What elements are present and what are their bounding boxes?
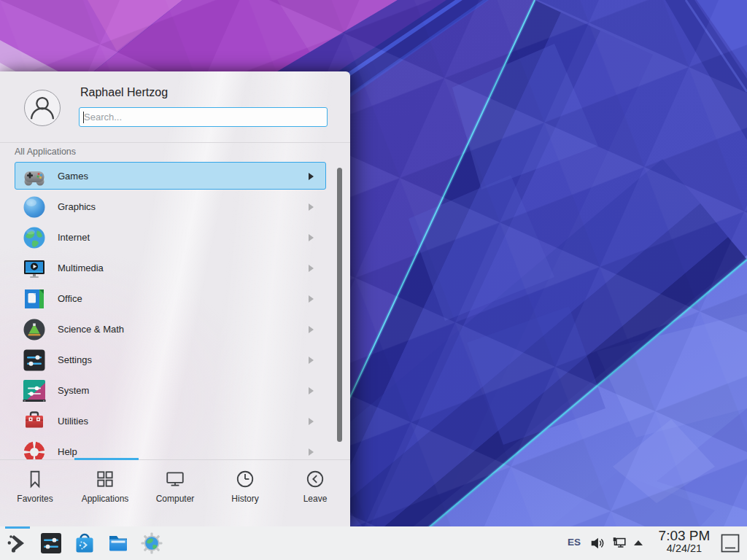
toolbox-icon xyxy=(23,410,46,433)
show-desktop-button[interactable] xyxy=(721,534,740,553)
clock-date: 4/24/21 xyxy=(651,543,717,554)
category-multimedia[interactable]: Multimedia xyxy=(15,254,326,281)
tab-history[interactable]: History xyxy=(210,460,280,514)
discover-button[interactable] xyxy=(73,532,96,555)
taskbar: ES 7:03 PM 4/24/21 xyxy=(0,526,747,560)
clock-time: 7:03 PM xyxy=(651,529,717,543)
system-sliders-icon xyxy=(23,379,46,402)
category-label: Office xyxy=(58,293,82,304)
flask-icon xyxy=(23,318,46,341)
volume-icon[interactable] xyxy=(589,535,605,551)
category-list: Games Graphics xyxy=(15,162,326,459)
system-settings-button[interactable] xyxy=(39,532,63,555)
submenu-arrow-icon xyxy=(309,203,314,211)
category-science-math[interactable]: Science & Math xyxy=(15,315,326,343)
tab-leave[interactable]: Leave xyxy=(280,460,350,514)
category-utilities[interactable]: Utilities xyxy=(15,407,326,435)
application-launcher-button[interactable] xyxy=(6,532,29,555)
digital-clock[interactable]: 7:03 PM 4/24/21 xyxy=(651,529,717,554)
expand-tray-icon[interactable] xyxy=(632,535,645,551)
globe-icon xyxy=(23,226,46,249)
category-internet[interactable]: Internet xyxy=(15,223,326,251)
category-label: Graphics xyxy=(58,201,96,212)
category-label: Science & Math xyxy=(58,324,124,335)
lifebuoy-icon xyxy=(23,440,46,459)
web-browser-button[interactable] xyxy=(140,532,163,555)
section-label: All Applications xyxy=(15,147,76,157)
sphere-icon xyxy=(23,195,46,219)
media-player-icon xyxy=(23,257,46,280)
menu-header: Raphael Hertzog xyxy=(0,71,350,142)
network-icon[interactable] xyxy=(611,535,627,551)
category-label: System xyxy=(58,385,89,396)
submenu-arrow-icon xyxy=(309,234,314,241)
application-launcher-menu: Raphael Hertzog All Applications xyxy=(0,71,350,526)
tab-applications[interactable]: Applications xyxy=(70,460,140,514)
category-label: Multimedia xyxy=(58,262,104,273)
category-label: Internet xyxy=(58,232,90,243)
tab-label: Favorites xyxy=(17,494,53,504)
submenu-arrow-icon xyxy=(309,387,314,394)
submenu-arrow-icon xyxy=(309,448,314,456)
search-box[interactable] xyxy=(79,107,328,127)
category-help[interactable]: Help xyxy=(15,438,326,459)
category-label: Settings xyxy=(58,354,92,365)
active-tab-indicator xyxy=(74,458,139,460)
submenu-arrow-icon xyxy=(309,357,314,364)
tab-label: Computer xyxy=(156,494,195,504)
user-avatar-icon[interactable] xyxy=(24,90,61,126)
bookmark-icon xyxy=(25,469,45,489)
tab-favorites[interactable]: Favorites xyxy=(0,460,70,514)
tab-label: Leave xyxy=(303,494,328,504)
category-settings[interactable]: Settings xyxy=(15,346,326,373)
category-label: Games xyxy=(58,171,88,182)
desktop: Raphael Hertzog All Applications xyxy=(0,0,747,560)
submenu-arrow-icon xyxy=(309,418,314,425)
monitor-icon xyxy=(165,469,185,489)
user-name: Raphael Hertzog xyxy=(80,86,168,99)
category-label: Help xyxy=(58,446,77,457)
tab-computer[interactable]: Computer xyxy=(140,460,210,514)
launcher-tab-bar: Favorites Applications Computer xyxy=(0,459,350,514)
clock-icon xyxy=(235,469,255,489)
divider xyxy=(0,142,350,143)
scrollbar[interactable] xyxy=(337,168,342,442)
grid-icon xyxy=(95,469,115,489)
submenu-arrow-icon xyxy=(309,265,314,272)
tab-label: Applications xyxy=(82,494,129,504)
category-office[interactable]: Office xyxy=(15,284,326,312)
category-graphics[interactable]: Graphics xyxy=(15,192,326,220)
category-games[interactable]: Games xyxy=(15,162,326,190)
category-system[interactable]: System xyxy=(15,376,326,404)
back-circle-icon xyxy=(305,469,325,489)
keyboard-layout-indicator[interactable]: ES xyxy=(568,537,581,548)
category-label: Utilities xyxy=(58,416,88,427)
active-task-indicator xyxy=(5,526,30,529)
file-manager-button[interactable] xyxy=(107,532,130,555)
submenu-arrow-icon xyxy=(309,326,314,333)
tab-label: History xyxy=(231,494,258,504)
gamepad-icon xyxy=(23,165,46,188)
sliders-icon xyxy=(23,349,46,372)
submenu-arrow-icon xyxy=(309,173,314,180)
document-icon xyxy=(23,287,46,311)
search-input[interactable] xyxy=(80,108,327,126)
submenu-arrow-icon xyxy=(309,295,314,303)
